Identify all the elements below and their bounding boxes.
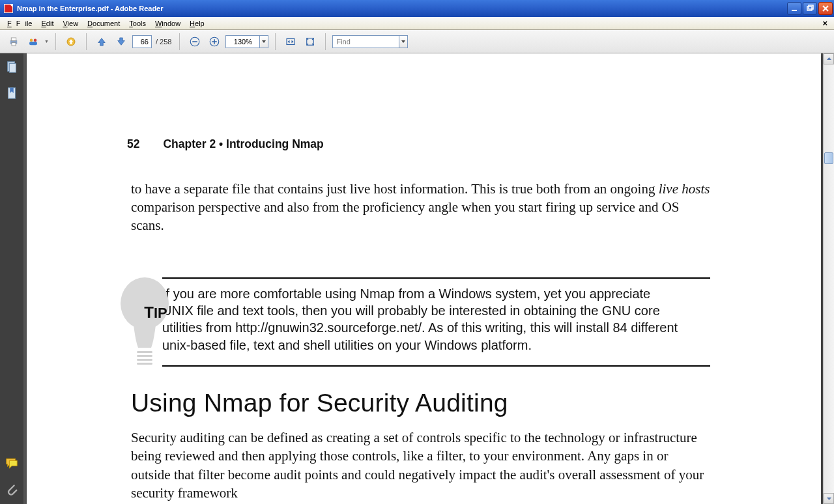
fit-page-button[interactable] [302, 33, 319, 50]
pages-panel-button[interactable] [5, 60, 19, 74]
app-icon [4, 4, 13, 13]
zoom-dropdown[interactable] [259, 35, 268, 48]
attachments-panel-button[interactable] [5, 482, 19, 496]
svg-rect-21 [137, 351, 152, 353]
menu-document[interactable]: Document [83, 18, 124, 29]
svg-rect-8 [29, 42, 37, 45]
collab-button[interactable] [25, 33, 42, 50]
find-dropdown[interactable] [399, 35, 408, 48]
svg-point-6 [30, 38, 33, 42]
menu-view[interactable]: View [58, 18, 83, 29]
menu-file[interactable]: FFileFile [3, 18, 36, 29]
toolbar-separator [86, 33, 87, 50]
close-button[interactable] [818, 2, 833, 15]
comments-panel-button[interactable] [5, 456, 19, 470]
menu-edit[interactable]: Edit [36, 18, 58, 29]
scroll-thumb[interactable] [824, 152, 833, 164]
section-paragraph: Security auditing can be defined as crea… [131, 428, 710, 502]
text-run: to have a separate file that contains ju… [131, 181, 659, 197]
svg-rect-1 [807, 7, 812, 10]
minimize-button[interactable] [787, 2, 801, 15]
fit-width-button[interactable] [282, 33, 299, 50]
menu-tools[interactable]: Tools [124, 18, 151, 29]
divider [162, 277, 710, 279]
page-number-label: 52 [127, 137, 139, 152]
svg-rect-24 [137, 363, 152, 365]
chapter-label: Chapter 2 • Introducing Nmap [163, 137, 323, 152]
page-up-button[interactable] [93, 33, 110, 50]
find-input[interactable] [332, 35, 399, 48]
svg-rect-0 [792, 10, 797, 11]
page-number-input[interactable] [132, 35, 152, 48]
scroll-down-button[interactable] [824, 493, 834, 504]
toolbar: ▼ / 258 [0, 30, 834, 53]
svg-rect-11 [193, 41, 198, 42]
window-titlebar: Nmap in the Enterprise.pdf - Adobe Reade… [0, 0, 834, 17]
svg-rect-5 [12, 42, 16, 46]
section-heading: Using Nmap for Security Auditing [131, 386, 710, 421]
svg-rect-4 [11, 38, 16, 41]
toolbar-separator [275, 33, 276, 50]
divider [162, 365, 710, 367]
tip-label: TIP [131, 302, 180, 323]
running-header: 52 Chapter 2 • Introducing Nmap [127, 137, 710, 152]
scroll-up-button[interactable] [824, 53, 834, 64]
svg-rect-2 [809, 5, 813, 9]
print-button[interactable] [5, 33, 22, 50]
home-button[interactable] [63, 33, 79, 50]
text-run: comparison perspective and also from the… [131, 199, 680, 233]
navigation-pane [0, 53, 23, 504]
document-viewport[interactable]: 52 Chapter 2 • Introducing Nmap to have … [23, 53, 834, 504]
tip-body-text: If you are more comfortable using Nmap f… [162, 285, 683, 354]
page-down-button[interactable] [113, 33, 130, 50]
italic-text: live hosts [659, 181, 710, 197]
bookmarks-panel-button[interactable] [5, 86, 19, 100]
svg-rect-22 [137, 355, 152, 357]
vertical-scrollbar[interactable] [823, 53, 834, 504]
menu-help[interactable]: Help [185, 18, 209, 29]
window-title: Nmap in the Enterprise.pdf - Adobe Reade… [17, 5, 787, 12]
tip-callout: TIP If you are more comfortable using Nm… [131, 277, 710, 367]
menu-bar: FFileFile Edit View Document Tools Windo… [0, 17, 834, 30]
lightbulb-icon [119, 276, 171, 376]
zoom-input[interactable] [225, 35, 259, 48]
pdf-page: 52 Chapter 2 • Introducing Nmap to have … [27, 53, 821, 504]
toolbar-separator [179, 33, 180, 50]
restore-button[interactable] [803, 2, 817, 15]
main-area: 52 Chapter 2 • Introducing Nmap to have … [0, 53, 834, 504]
zoom-out-button[interactable] [186, 33, 203, 50]
menu-close-doc[interactable]: × [818, 18, 831, 28]
toolbar-separator [55, 33, 56, 50]
body-paragraph: to have a separate file that contains ju… [131, 180, 710, 235]
svg-rect-23 [137, 359, 152, 361]
zoom-in-button[interactable] [206, 33, 223, 50]
svg-rect-18 [9, 64, 16, 73]
scroll-track[interactable] [824, 64, 834, 493]
window-controls [787, 2, 833, 15]
svg-rect-14 [214, 39, 216, 44]
toolbar-separator [325, 33, 326, 50]
svg-point-7 [34, 38, 37, 42]
menu-window[interactable]: Window [151, 18, 185, 29]
page-total-label: / 258 [154, 38, 173, 46]
